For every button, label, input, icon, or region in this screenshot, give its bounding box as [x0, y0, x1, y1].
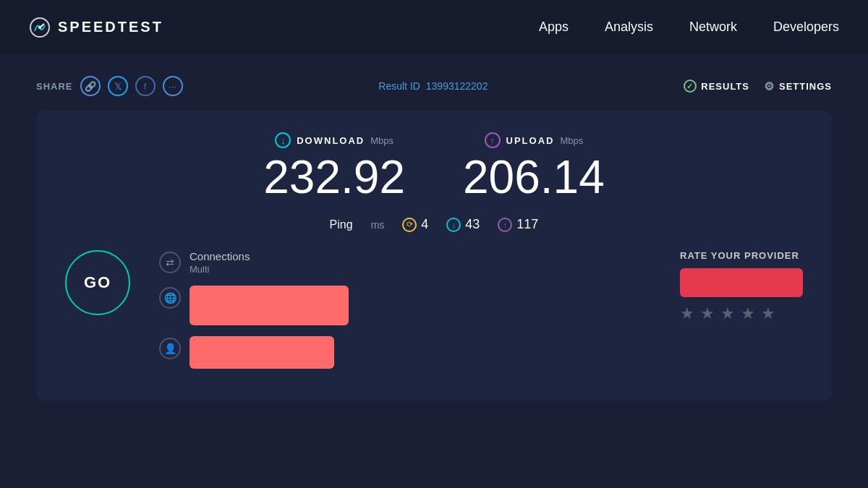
upload-label: UPLOAD [506, 135, 555, 146]
result-id-value[interactable]: 13993122202 [426, 80, 488, 92]
user-item: 👤 [159, 336, 651, 369]
ping-up-value: 117 [516, 217, 538, 232]
results-button[interactable]: ✓ RESULTS [684, 80, 749, 93]
nav-analysis[interactable]: Analysis [605, 20, 653, 35]
connections-item: ⇄ Connections Multi [159, 250, 651, 275]
user-redacted [190, 336, 334, 369]
main-content: SHARE 🔗 𝕏 f ··· Result ID 13993122202 ✓ … [0, 54, 868, 416]
ping-down-icon: ↓ [446, 218, 461, 232]
download-unit: Mbps [370, 135, 393, 146]
connections-title: Connections [190, 250, 250, 262]
connections-text: Connections Multi [190, 250, 250, 275]
settings-button[interactable]: ⚙ SETTINGS [764, 80, 832, 93]
rate-button[interactable] [680, 268, 803, 297]
ping-unit: ms [371, 219, 385, 231]
share-bar: SHARE 🔗 𝕏 f ··· Result ID 13993122202 ✓ … [36, 76, 832, 96]
share-link-icon[interactable]: 🔗 [80, 76, 101, 96]
nav-network[interactable]: Network [689, 20, 737, 35]
download-label: DOWNLOAD [297, 135, 365, 146]
globe-icon: 🌐 [159, 287, 181, 309]
share-facebook-icon[interactable]: f [135, 76, 156, 96]
connections-value: Multi [190, 264, 250, 275]
svg-point-2 [38, 26, 41, 29]
share-more-icon[interactable]: ··· [163, 76, 183, 96]
share-right: ✓ RESULTS ⚙ SETTINGS [684, 80, 832, 93]
share-twitter-icon[interactable]: 𝕏 [108, 76, 128, 96]
stars-row: ★ ★ ★ ★ ★ [680, 304, 775, 323]
rate-title: RATE YOUR PROVIDER [680, 250, 799, 261]
share-label: SHARE [36, 81, 73, 92]
star-4[interactable]: ★ [741, 304, 755, 323]
ping-down-stat: ↓ 43 [446, 217, 480, 232]
isp-item: 🌐 [159, 286, 651, 325]
download-metric: ↓ DOWNLOAD Mbps 232.92 [263, 132, 405, 202]
download-value: 232.92 [263, 152, 405, 202]
user-icon: 👤 [159, 338, 181, 359]
download-icon: ↓ [275, 132, 291, 148]
jitter-icon: ⟳ [402, 218, 417, 232]
speed-card: ↓ DOWNLOAD Mbps 232.92 ↑ UPLOAD Mbps 206… [36, 111, 832, 401]
star-1[interactable]: ★ [680, 304, 694, 323]
share-left: SHARE 🔗 𝕏 f ··· [36, 76, 183, 96]
jitter-stat: ⟳ 4 [402, 217, 428, 232]
upload-icon: ↑ [485, 132, 501, 148]
nav-developers[interactable]: Developers [773, 20, 839, 35]
upload-label-row: ↑ UPLOAD Mbps [463, 132, 605, 148]
main-nav: Apps Analysis Network Developers [539, 20, 839, 35]
upload-value: 206.14 [463, 152, 605, 202]
lower-section: GO ⇄ Connections Multi 🌐 👤 [65, 250, 803, 380]
jitter-value: 4 [421, 217, 428, 232]
isp-redacted [190, 286, 349, 325]
speed-metrics: ↓ DOWNLOAD Mbps 232.92 ↑ UPLOAD Mbps 206… [65, 132, 803, 202]
download-label-row: ↓ DOWNLOAD Mbps [263, 132, 405, 148]
ping-down-value: 43 [465, 217, 480, 232]
star-2[interactable]: ★ [700, 304, 715, 323]
result-id: Result ID 13993122202 [378, 80, 488, 92]
star-3[interactable]: ★ [720, 304, 735, 323]
go-button[interactable]: GO [65, 250, 130, 315]
ping-row: Ping ms ⟳ 4 ↓ 43 ↑ 117 [65, 217, 803, 232]
check-circle-icon: ✓ [684, 80, 697, 93]
gear-icon: ⚙ [764, 80, 775, 93]
go-button-wrap: GO [65, 250, 130, 315]
connections-icon: ⇄ [159, 252, 181, 273]
nav-apps[interactable]: Apps [539, 20, 569, 35]
logo: SPEEDTEST [29, 17, 163, 38]
header: SPEEDTEST Apps Analysis Network Develope… [0, 0, 868, 54]
upload-metric: ↑ UPLOAD Mbps 206.14 [463, 132, 605, 202]
speedtest-logo-icon [29, 17, 51, 38]
ping-up-icon: ↑ [498, 218, 512, 232]
upload-unit: Mbps [560, 135, 583, 146]
rate-provider: RATE YOUR PROVIDER ★ ★ ★ ★ ★ [680, 250, 803, 323]
star-5[interactable]: ★ [761, 304, 775, 323]
ping-up-stat: ↑ 117 [498, 217, 538, 232]
logo-text: SPEEDTEST [58, 19, 163, 35]
connections-block: ⇄ Connections Multi 🌐 👤 [159, 250, 651, 380]
ping-label: Ping [330, 218, 353, 231]
